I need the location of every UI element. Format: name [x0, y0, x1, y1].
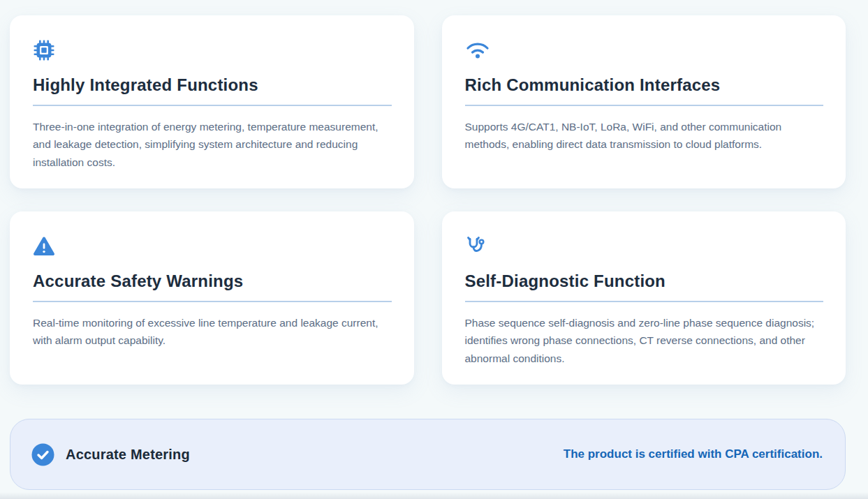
card-description: Phase sequence self-diagnosis and zero-l…	[465, 314, 824, 368]
microchip-icon	[33, 39, 57, 61]
bottom-fade	[0, 492, 868, 499]
accurate-metering-banner: Accurate Metering The product is certifi…	[10, 419, 846, 490]
card-title: Self-Diagnostic Function	[465, 271, 824, 292]
warning-triangle-icon	[33, 235, 57, 258]
certification-note: The product is certified with CPA certif…	[564, 447, 823, 461]
banner-left-group: Accurate Metering	[31, 443, 190, 466]
card-description: Real-time monitoring of excessive line t…	[33, 314, 392, 350]
feature-cards-grid: Highly Integrated Functions Three-in-one…	[10, 15, 846, 385]
card-divider	[33, 105, 392, 106]
card-rich-communication-interfaces: Rich Communication Interfaces Supports 4…	[442, 15, 846, 188]
features-page: Highly Integrated Functions Three-in-one…	[0, 0, 868, 499]
card-description: Supports 4G/CAT1, NB-IoT, LoRa, WiFi, an…	[465, 118, 824, 154]
card-title: Accurate Safety Warnings	[33, 271, 392, 292]
card-divider	[465, 105, 824, 106]
check-circle-icon	[31, 443, 54, 466]
stethoscope-icon	[465, 235, 489, 258]
card-title: Rich Communication Interfaces	[465, 75, 824, 96]
card-accurate-safety-warnings: Accurate Safety Warnings Real-time monit…	[10, 211, 414, 385]
card-self-diagnostic-function: Self-Diagnostic Function Phase sequence …	[442, 211, 846, 385]
card-divider	[465, 301, 824, 302]
wifi-icon	[465, 39, 489, 61]
card-highly-integrated-functions: Highly Integrated Functions Three-in-one…	[10, 15, 414, 188]
banner-label: Accurate Metering	[66, 447, 190, 463]
card-divider	[33, 301, 392, 302]
card-title: Highly Integrated Functions	[33, 75, 392, 96]
card-description: Three-in-one integration of energy meter…	[33, 118, 392, 172]
